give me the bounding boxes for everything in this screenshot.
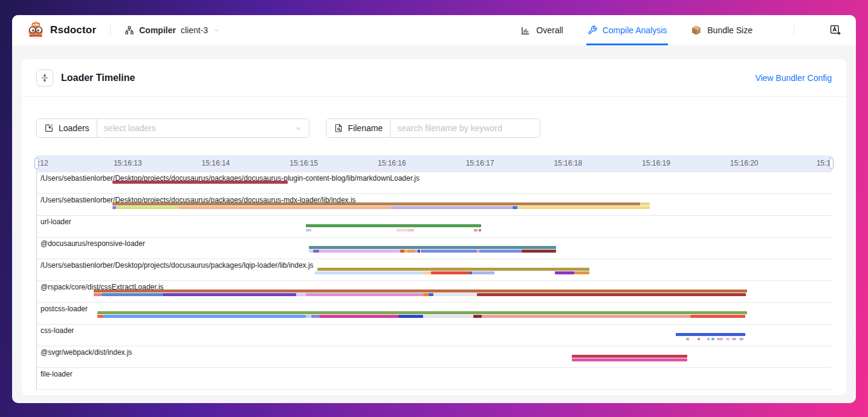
loader-span[interactable] xyxy=(315,271,423,274)
loader-span[interactable] xyxy=(517,206,650,209)
loader-span[interactable] xyxy=(398,315,423,318)
loader-span[interactable] xyxy=(94,293,102,296)
loader-span[interactable] xyxy=(477,293,747,296)
loader-span[interactable] xyxy=(572,358,687,361)
timeline-row: @rspack/core/dist/cssExtractLoader.js xyxy=(37,280,832,302)
loader-span[interactable] xyxy=(474,229,478,231)
compiler-selector[interactable]: Compiler client-3 xyxy=(125,25,220,35)
axis-tick-label: 15:16:19 xyxy=(642,155,670,172)
loader-span[interactable] xyxy=(698,338,700,340)
datazoom-handle-right[interactable] xyxy=(829,158,834,169)
loader-span[interactable] xyxy=(717,338,723,340)
filename-search-input[interactable] xyxy=(397,123,533,133)
loader-span[interactable] xyxy=(473,315,482,318)
loader-span[interactable] xyxy=(178,206,390,209)
loader-span[interactable] xyxy=(400,250,404,253)
package-icon xyxy=(691,25,702,36)
loader-span[interactable] xyxy=(116,206,178,209)
loaders-select-input[interactable] xyxy=(104,123,285,133)
loader-span[interactable] xyxy=(726,338,730,340)
loader-span[interactable] xyxy=(102,293,162,296)
loader-span[interactable] xyxy=(429,293,434,296)
timeline-row: @docusaurus/responsive-loader xyxy=(37,237,832,259)
tab-bundle-size[interactable]: Bundle Size xyxy=(691,15,753,45)
datazoom-handle-left[interactable] xyxy=(34,158,39,169)
page-title: Loader Timeline xyxy=(61,73,135,83)
loader-span[interactable] xyxy=(103,315,306,318)
loader-span[interactable] xyxy=(574,271,589,274)
tab-overall[interactable]: Overall xyxy=(520,15,563,45)
loader-span[interactable] xyxy=(309,229,311,231)
loader-span[interactable] xyxy=(555,271,574,274)
loader-span[interactable] xyxy=(408,229,414,231)
loader-span[interactable] xyxy=(397,229,408,231)
wrench-icon xyxy=(588,25,597,35)
loader-span[interactable] xyxy=(112,181,288,184)
loader-span[interactable] xyxy=(306,224,481,227)
loader-span[interactable] xyxy=(433,293,476,296)
loader-span[interactable] xyxy=(479,250,522,253)
loader-span[interactable] xyxy=(407,250,415,253)
loader-span[interactable] xyxy=(423,315,473,318)
loader-span[interactable] xyxy=(306,293,423,296)
loader-span[interactable] xyxy=(739,338,743,340)
loader-span[interactable] xyxy=(686,338,688,340)
loader-span[interactable] xyxy=(306,315,311,318)
loader-span[interactable] xyxy=(319,315,398,318)
brand[interactable]: Rsdoctor xyxy=(27,21,96,39)
loader-timeline-chart: :1215:16:1315:16:1415:16:1515:16:1615:16… xyxy=(36,155,832,390)
collapse-rows-button[interactable] xyxy=(36,70,53,86)
axis-tick-label: 15:1 xyxy=(817,155,831,172)
loader-span[interactable] xyxy=(513,206,517,209)
loader-span[interactable] xyxy=(418,250,420,253)
view-bundler-config-link[interactable]: View Bundler Config xyxy=(755,73,832,83)
loader-span[interactable] xyxy=(306,229,308,231)
apartment-icon xyxy=(125,25,134,35)
loaders-select[interactable] xyxy=(97,119,309,137)
timeline-row-label: postcss-loader xyxy=(40,305,88,313)
loader-span[interactable] xyxy=(423,293,429,296)
loader-span[interactable] xyxy=(707,338,710,340)
loader-span[interactable] xyxy=(313,250,319,253)
loader-span[interactable] xyxy=(711,338,714,340)
loader-span[interactable] xyxy=(421,250,477,253)
chevron-down-icon xyxy=(294,124,302,132)
loader-span[interactable] xyxy=(404,250,407,253)
loader-timeline-card: Loader Timeline View Bundler Config Load… xyxy=(22,59,846,395)
loader-span[interactable] xyxy=(479,229,481,231)
loader-span[interactable] xyxy=(423,271,431,274)
axis-tick-label: 15:16:18 xyxy=(554,155,582,172)
loader-span[interactable] xyxy=(112,202,641,205)
loader-span[interactable] xyxy=(732,338,736,340)
timeline-row: @svgr/webpack/dist/index.js xyxy=(37,346,832,367)
loader-span[interactable] xyxy=(572,355,687,358)
loader-span[interactable] xyxy=(690,315,745,318)
loader-span[interactable] xyxy=(311,315,319,318)
tab-label: Bundle Size xyxy=(707,25,753,35)
loader-span[interactable] xyxy=(296,293,306,296)
time-axis[interactable]: :1215:16:1315:16:1415:16:1515:16:1615:16… xyxy=(36,155,832,172)
filename-search[interactable] xyxy=(390,119,540,137)
loader-span[interactable] xyxy=(309,250,313,253)
loader-span[interactable] xyxy=(390,206,513,209)
loader-span[interactable] xyxy=(317,268,589,271)
loader-span[interactable] xyxy=(431,271,467,274)
loader-span[interactable] xyxy=(97,311,747,314)
axis-tick-label: 15:16:20 xyxy=(730,155,759,172)
timeline-row: css-loader xyxy=(37,324,832,346)
loader-span[interactable] xyxy=(522,250,556,253)
tab-compile-analysis[interactable]: Compile Analysis xyxy=(588,15,667,45)
loader-span[interactable] xyxy=(319,250,400,253)
loader-span[interactable] xyxy=(163,293,296,296)
loader-span[interactable] xyxy=(97,315,103,318)
loader-span[interactable] xyxy=(112,206,116,209)
loader-span[interactable] xyxy=(482,315,690,318)
font-size-icon[interactable] xyxy=(829,24,841,36)
loader-span[interactable] xyxy=(94,289,747,293)
loader-span[interactable] xyxy=(676,333,745,336)
loader-span[interactable] xyxy=(640,202,650,205)
filename-filter-label: Filename xyxy=(348,123,383,133)
loader-span[interactable] xyxy=(309,246,556,249)
loader-span[interactable] xyxy=(472,271,494,274)
card-header: Loader Timeline View Bundler Config xyxy=(22,59,846,97)
